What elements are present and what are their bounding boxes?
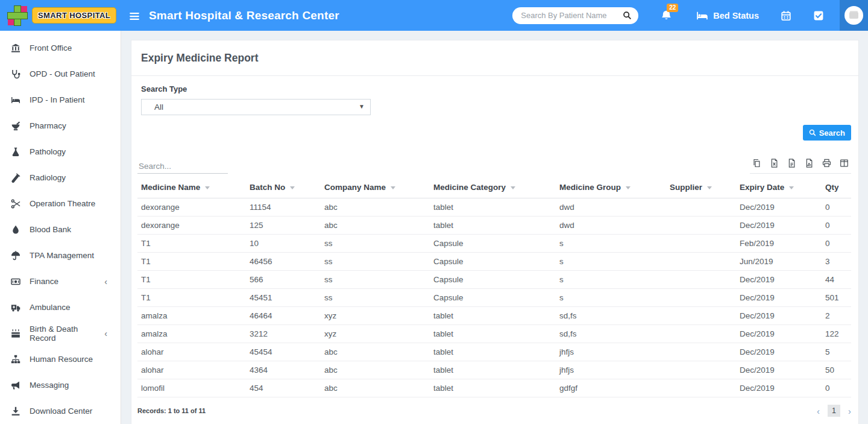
table-cell: 45454 <box>246 343 321 361</box>
table-cell: 11154 <box>246 198 321 217</box>
sidebar-item-label: TPA Management <box>30 251 94 260</box>
column-header-expiry-date[interactable]: Expiry Date <box>736 177 822 198</box>
table-row: alohar45454abctabletjhfjsDec/20195 <box>137 343 851 361</box>
table-cell: tablet <box>430 361 556 379</box>
export-csv-button[interactable] <box>786 159 797 168</box>
csv-icon <box>787 159 796 168</box>
table-row: alohar4364abctabletjhfjsDec/201950 <box>137 361 851 379</box>
sidebar-item-pathology[interactable]: Pathology <box>0 139 121 165</box>
column-header-qty[interactable]: Qty <box>822 177 851 198</box>
table-search-input[interactable] <box>137 159 228 174</box>
column-header-supplier[interactable]: Supplier <box>666 177 736 198</box>
app-logo[interactable]: SMART HOSPITAL <box>0 5 121 26</box>
sidebar-item-label: Pharmacy <box>30 121 66 130</box>
sort-icon <box>511 186 515 189</box>
table-cell: 125 <box>246 217 321 235</box>
sidebar-item-messaging[interactable]: Messaging <box>0 372 121 398</box>
print-icon <box>822 159 831 168</box>
table-cell: Dec/2019 <box>736 217 822 235</box>
sidebar-item-human-resource[interactable]: Human Resource <box>0 346 121 372</box>
table-cell: lomofil <box>137 379 246 397</box>
sidebar-item-finance[interactable]: Finance‹ <box>0 268 121 294</box>
table-cell: Dec/2019 <box>736 361 822 379</box>
search-button[interactable]: Search <box>803 125 851 141</box>
table-cell: s <box>556 235 666 253</box>
table-row: dexorange125abctabletdwdDec/20190 <box>137 217 851 235</box>
messaging-icon <box>11 380 21 390</box>
sidebar-item-front-office[interactable]: Front Office <box>0 35 121 61</box>
table-cell: tablet <box>430 343 556 361</box>
pagination-prev-button[interactable]: ‹ <box>817 407 820 416</box>
column-header-medicine-group[interactable]: Medicine Group <box>556 177 666 198</box>
sidebar-item-pharmacy[interactable]: Pharmacy <box>0 113 121 139</box>
table-cell: 0 <box>822 198 851 217</box>
menu-toggle-icon[interactable] <box>129 11 140 21</box>
table-cell <box>666 253 736 271</box>
user-menu[interactable] <box>840 0 868 31</box>
search-icon[interactable] <box>623 11 632 20</box>
table-cell: 46464 <box>246 307 321 325</box>
table-cell <box>666 235 736 253</box>
sidebar-item-birth-death-record[interactable]: Birth & Death Record‹ <box>0 320 121 346</box>
sidebar-item-opd-out-patient[interactable]: OPD - Out Patient <box>0 61 121 87</box>
chevron-left-icon: ‹ <box>104 329 111 338</box>
export-pdf-button[interactable] <box>804 159 815 168</box>
export-buttons <box>750 159 851 174</box>
pagination-next-button[interactable]: › <box>848 407 851 416</box>
copy-icon <box>752 159 761 168</box>
sidebar-item-blood-bank[interactable]: Blood Bank <box>0 217 121 242</box>
table-cell <box>666 343 736 361</box>
table-cell: Dec/2019 <box>736 271 822 289</box>
export-columns-button[interactable] <box>838 159 850 168</box>
table-cell: ss <box>321 271 430 289</box>
sidebar-item-label: Ambulance <box>30 303 71 312</box>
table-cell: abc <box>321 217 430 235</box>
opd-icon <box>11 69 21 79</box>
column-header-batch-no[interactable]: Batch No <box>246 177 321 198</box>
sort-icon <box>391 186 395 189</box>
sidebar-item-operation-theatre[interactable]: Operation Theatre <box>0 191 121 217</box>
sidebar-item-download-center[interactable]: Download Center <box>0 398 121 424</box>
table-cell: Feb/2019 <box>736 235 822 253</box>
operation-theatre-icon <box>11 198 21 209</box>
export-print-button[interactable] <box>821 159 832 168</box>
ipd-icon <box>11 95 21 105</box>
sort-icon <box>626 186 631 189</box>
table-row: T110ssCapsulesFeb/20190 <box>137 235 851 253</box>
bed-status-button[interactable]: Bed Status <box>696 10 759 22</box>
table-row: amalza46464xyztabletsd,fsDec/20192 <box>137 307 851 325</box>
calendar-button[interactable] <box>781 10 791 21</box>
patient-search-input[interactable] <box>521 11 619 20</box>
column-header-label: Batch No <box>250 183 285 192</box>
table-toolbar <box>137 159 851 174</box>
sidebar-item-ambulance[interactable]: Ambulance <box>0 294 121 320</box>
column-header-label: Expiry Date <box>740 183 784 192</box>
human-resource-icon <box>11 354 21 364</box>
table-cell: abc <box>321 343 430 361</box>
table-row: dexorange11154abctabletdwdDec/20190 <box>137 198 851 217</box>
table-cell: dwd <box>556 217 666 235</box>
export-copy-button[interactable] <box>751 159 763 168</box>
report-table-wrap: Medicine NameBatch NoCompany NameMedicin… <box>137 177 851 397</box>
tasks-button[interactable] <box>813 10 824 21</box>
column-header-company-name[interactable]: Company Name <box>321 177 430 198</box>
table-cell: Capsule <box>430 253 556 271</box>
search-type-select[interactable]: All ▼ <box>141 99 371 115</box>
sidebar-item-ipd-in-patient[interactable]: IPD - In Patient <box>0 87 121 113</box>
table-cell: 2 <box>822 307 851 325</box>
pagination-page-1[interactable]: 1 <box>828 405 840 417</box>
columns-icon <box>840 159 849 168</box>
table-cell: abc <box>321 198 430 217</box>
table-cell: xyz <box>321 307 430 325</box>
table-cell <box>666 217 736 235</box>
sidebar-item-tpa-management[interactable]: TPA Management <box>0 242 121 268</box>
sidebar-item-radiology[interactable]: Radiology <box>0 165 121 191</box>
table-cell: Dec/2019 <box>736 289 822 307</box>
column-header-medicine-name[interactable]: Medicine Name <box>137 177 246 198</box>
column-header-medicine-category[interactable]: Medicine Category <box>430 177 556 198</box>
notifications-button[interactable]: 22 <box>661 10 672 21</box>
export-excel-button[interactable] <box>769 159 780 168</box>
table-cell: tablet <box>430 307 556 325</box>
download-icon <box>11 406 21 416</box>
page-header-title: Smart Hospital & Research Center <box>149 9 339 22</box>
